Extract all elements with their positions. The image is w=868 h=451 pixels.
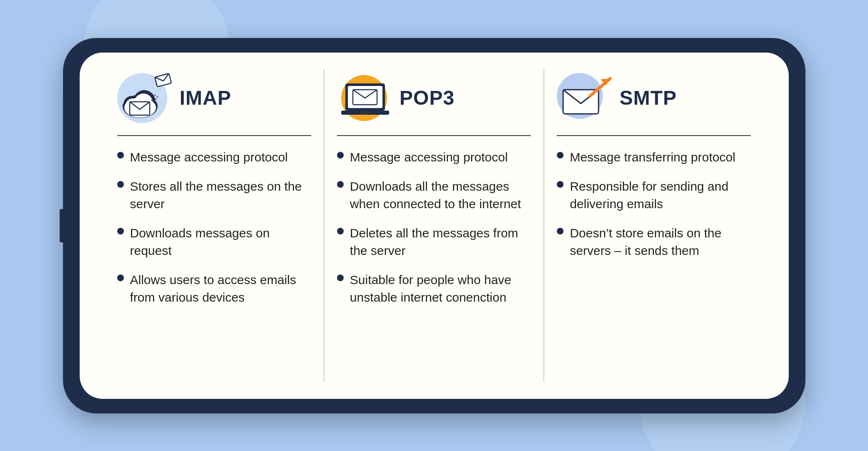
imap-icon — [117, 71, 171, 125]
smtp-bullet-list: Message transferring protocol Responsibl… — [557, 149, 751, 382]
list-item: Suitable for people who have unstable in… — [337, 271, 531, 306]
pop3-point-1: Message accessing protocol — [350, 149, 508, 166]
list-item: Stores all the messages on the server — [117, 178, 311, 213]
smtp-point-3: Doesn’t store emails on the servers – it… — [570, 224, 751, 260]
smtp-header: SMTP — [557, 69, 751, 136]
pop3-icon — [337, 71, 391, 125]
pop3-title: POP3 — [400, 86, 455, 109]
list-item: Downloads all the messages when connecte… — [337, 178, 531, 213]
smtp-icon — [557, 71, 611, 125]
bullet-dot — [557, 228, 564, 234]
imap-point-4: Allows users to access emails from vario… — [130, 271, 311, 306]
list-item: Deletes all the messages from the server — [337, 224, 531, 260]
columns-container: IMAP Message accessing protocol Stores a… — [105, 69, 764, 382]
list-item: Allows users to access emails from vario… — [117, 271, 311, 306]
phone-frame: IMAP Message accessing protocol Stores a… — [63, 38, 805, 413]
smtp-point-2: Responsible for sending and delivering e… — [570, 178, 751, 213]
bullet-dot — [117, 181, 124, 188]
smtp-column: SMTP Message transferring protocol Respo… — [544, 69, 763, 382]
pop3-point-2: Downloads all the messages when connecte… — [350, 178, 531, 213]
list-item: Downloads messages on request — [117, 224, 311, 260]
bullet-dot — [337, 152, 344, 159]
list-item: Doesn’t store emails on the servers – it… — [557, 224, 751, 260]
imap-bullet-list: Message accessing protocol Stores all th… — [117, 149, 311, 382]
phone-screen: IMAP Message accessing protocol Stores a… — [80, 53, 789, 399]
pop3-column: POP3 Message accessing protocol Download… — [325, 69, 544, 382]
bullet-dot — [117, 152, 124, 159]
imap-point-1: Message accessing protocol — [130, 149, 288, 166]
list-item: Message transferring protocol — [557, 149, 751, 166]
imap-point-3: Downloads messages on request — [130, 224, 311, 260]
imap-title: IMAP — [180, 86, 231, 109]
content-area: IMAP Message accessing protocol Stores a… — [80, 53, 789, 399]
bullet-dot — [117, 275, 124, 281]
imap-point-2: Stores all the messages on the server — [130, 178, 311, 213]
imap-header: IMAP — [117, 69, 311, 136]
phone-side-button — [60, 209, 65, 242]
bullet-dot — [557, 181, 564, 188]
smtp-svg — [557, 71, 615, 125]
bullet-dot — [337, 275, 344, 281]
pop3-point-3: Deletes all the messages from the server — [350, 224, 531, 260]
bullet-dot — [557, 152, 564, 159]
imap-column: IMAP Message accessing protocol Stores a… — [105, 69, 325, 382]
pop3-header: POP3 — [337, 69, 531, 136]
phone-top-bar — [380, 38, 488, 50]
svg-point-14 — [360, 111, 370, 114]
bullet-dot — [337, 181, 344, 188]
svg-rect-7 — [155, 73, 171, 86]
imap-svg — [117, 71, 176, 125]
smtp-title: SMTP — [619, 86, 677, 109]
smtp-point-1: Message transferring protocol — [570, 149, 735, 166]
list-item: Responsible for sending and delivering e… — [557, 178, 751, 213]
pop3-bullet-list: Message accessing protocol Downloads all… — [337, 149, 531, 382]
list-item: Message accessing protocol — [337, 149, 531, 166]
list-item: Message accessing protocol — [117, 149, 311, 166]
bullet-dot — [117, 228, 124, 234]
pop3-svg — [337, 71, 395, 125]
pop3-point-4: Suitable for people who have unstable in… — [350, 271, 531, 306]
bullet-dot — [337, 228, 344, 234]
